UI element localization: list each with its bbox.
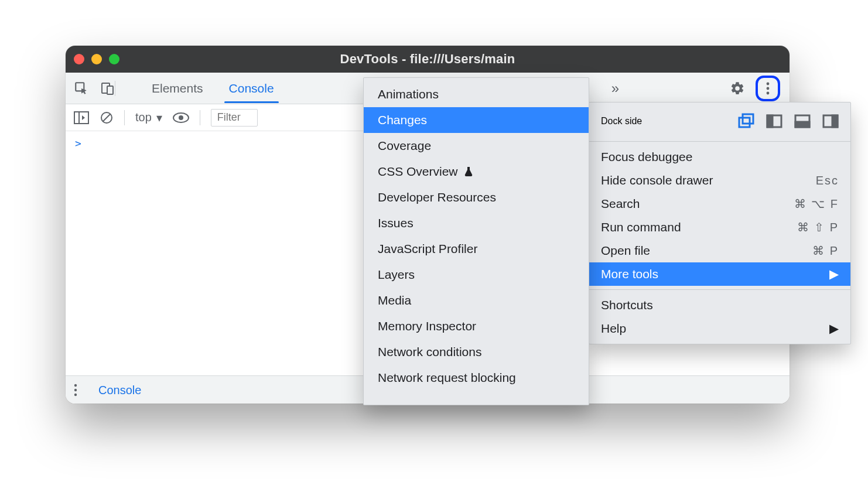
divider — [115, 81, 115, 96]
dock-side-row: Dock side — [589, 106, 850, 138]
svg-point-4 — [767, 87, 770, 90]
svg-point-13 — [74, 384, 77, 386]
shortcut: ⌘ ⇧ P — [797, 220, 839, 234]
drawer-tab-console[interactable]: Console — [88, 377, 152, 403]
svg-point-15 — [74, 393, 77, 395]
menu-label: Focus debuggee — [601, 150, 692, 164]
context-select[interactable]: top ▾ — [135, 111, 162, 125]
tab-elements[interactable]: Elements — [139, 74, 216, 102]
menu-label: More tools — [601, 267, 658, 281]
dock-side-label: Dock side — [601, 116, 642, 127]
submenu-label: CSS Overview — [378, 165, 458, 179]
menu-label: Open file — [601, 244, 650, 258]
tabs-overflow-icon[interactable]: » — [611, 80, 619, 97]
submenu-developer-resources[interactable]: Developer Resources — [364, 184, 589, 210]
submenu-memory-inspector[interactable]: Memory Inspector — [364, 313, 589, 339]
experiment-icon — [464, 166, 473, 177]
dock-bottom-icon[interactable] — [794, 113, 811, 129]
submenu-layers[interactable]: Layers — [364, 262, 589, 288]
more-tools-submenu: Animations Changes Coverage CSS Overview… — [363, 77, 589, 405]
submenu-coverage[interactable]: Coverage — [364, 133, 589, 159]
menu-shortcuts[interactable]: Shortcuts — [589, 293, 850, 317]
submenu-media[interactable]: Media — [364, 288, 589, 313]
settings-icon[interactable] — [730, 81, 745, 96]
more-options-button[interactable] — [756, 76, 780, 101]
svg-marker-8 — [82, 115, 85, 120]
submenu-javascript-profiler[interactable]: JavaScript Profiler — [364, 236, 589, 262]
svg-rect-16 — [739, 118, 750, 127]
menu-open-file[interactable]: Open file⌘ P — [589, 239, 850, 262]
tab-console[interactable]: Console — [216, 74, 287, 102]
submenu-network-conditions[interactable]: Network conditions — [364, 339, 589, 365]
shortcut: ⌘ P — [812, 244, 839, 258]
clear-console-icon[interactable] — [100, 111, 114, 125]
svg-rect-21 — [795, 122, 809, 127]
menu-label: Shortcuts — [601, 298, 653, 312]
divider — [200, 110, 200, 125]
window-title: DevTools - file:///Users/main — [66, 52, 790, 67]
dropdown-icon: ▾ — [156, 111, 162, 125]
svg-rect-23 — [832, 115, 838, 127]
filter-input[interactable] — [211, 109, 258, 127]
svg-point-14 — [74, 388, 77, 391]
menu-hide-console-drawer[interactable]: Hide console drawerEsc — [589, 169, 850, 192]
menu-label: Hide console drawer — [601, 173, 713, 187]
menu-help[interactable]: Help▶ — [589, 317, 850, 340]
svg-line-10 — [103, 114, 110, 121]
svg-point-12 — [179, 115, 183, 120]
svg-rect-17 — [743, 114, 753, 124]
window-maximize-button[interactable] — [109, 54, 119, 64]
toggle-sidebar-icon[interactable] — [74, 111, 89, 124]
dock-right-icon[interactable] — [822, 113, 839, 129]
titlebar: DevTools - file:///Users/main — [66, 46, 790, 73]
menu-focus-debuggee[interactable]: Focus debuggee — [589, 145, 850, 169]
shortcut: ⌘ ⌥ F — [794, 197, 839, 211]
svg-rect-2 — [107, 86, 113, 94]
divider — [124, 110, 125, 125]
dock-undock-icon[interactable] — [738, 113, 754, 129]
submenu-arrow-icon: ▶ — [829, 322, 839, 336]
submenu-css-overview[interactable]: CSS Overview — [364, 159, 589, 184]
svg-rect-19 — [767, 115, 773, 127]
submenu-changes[interactable]: Changes — [364, 107, 589, 133]
window-controls — [74, 54, 119, 64]
svg-point-5 — [767, 91, 770, 94]
drawer-menu-icon[interactable] — [74, 384, 77, 397]
window-close-button[interactable] — [74, 54, 84, 64]
menu-label: Search — [601, 197, 640, 211]
svg-point-3 — [767, 82, 770, 85]
device-toggle-icon[interactable] — [101, 81, 115, 96]
menu-run-command[interactable]: Run command⌘ ⇧ P — [589, 216, 850, 239]
live-expression-icon[interactable] — [173, 112, 189, 123]
shortcut: Esc — [816, 174, 839, 187]
submenu-animations[interactable]: Animations — [364, 81, 589, 107]
svg-rect-6 — [74, 112, 88, 124]
inspect-element-icon[interactable] — [74, 81, 89, 96]
submenu-issues[interactable]: Issues — [364, 210, 589, 236]
context-label: top — [135, 111, 152, 124]
options-menu: Dock side Focus deb — [589, 102, 851, 344]
submenu-arrow-icon: ▶ — [829, 267, 839, 281]
dock-left-icon[interactable] — [766, 113, 782, 129]
submenu-network-request-blocking[interactable]: Network request blocking — [364, 365, 589, 391]
menu-label: Run command — [601, 220, 681, 234]
menu-label: Help — [601, 322, 626, 336]
menu-search[interactable]: Search⌘ ⌥ F — [589, 192, 850, 216]
window-minimize-button[interactable] — [91, 54, 102, 64]
menu-more-tools[interactable]: More tools▶ — [589, 262, 850, 286]
